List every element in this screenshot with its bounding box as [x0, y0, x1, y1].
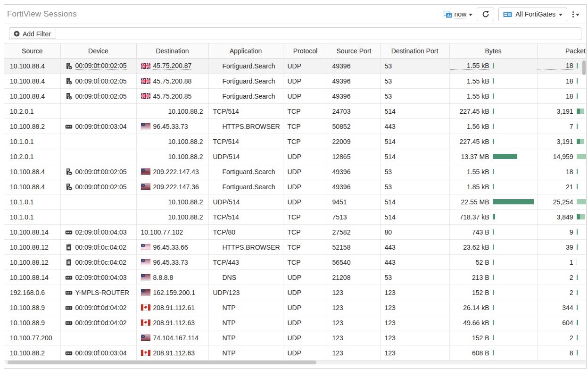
refresh-button[interactable]: [477, 8, 494, 21]
protocol-cell: UDP: [283, 285, 328, 300]
column-header-device[interactable]: Device: [60, 43, 136, 59]
table-row[interactable]: 10.100.88.400:09:0f:00:02:05209.222.147.…: [4, 179, 586, 194]
source-ip: 10.1.0.1: [10, 213, 34, 221]
application-name: Fortiguard.Search: [213, 62, 275, 70]
packets-cell: 25,254: [537, 194, 586, 210]
application-name: TCP/80: [213, 228, 235, 236]
column-header-destination[interactable]: Destination: [136, 43, 208, 59]
table-row[interactable]: 10.100.88.1402:09:0f:00:04:038.8.8.8DNSU…: [4, 270, 586, 285]
source-port-value: 24703: [332, 108, 351, 115]
bytes-cell: 608 B: [449, 345, 537, 361]
flag-uk-icon: [141, 63, 150, 69]
bytes-cell: 227.45 kB: [449, 134, 537, 149]
packets-cell: 1: [537, 255, 586, 270]
bytes-value: 22.55 MB: [450, 198, 489, 206]
destination-ip: 45.75.200.85: [153, 92, 192, 100]
time-range-value[interactable]: now: [455, 10, 467, 18]
table-row[interactable]: 10.100.88.400:09:0f:00:02:0545.75.200.88…: [4, 74, 586, 89]
source-port-cell: 49396: [328, 59, 380, 74]
device-id: 00:09:0f:00:03:04: [75, 349, 127, 357]
bytes-bar: [493, 214, 495, 219]
bytes-value: 213 B: [450, 274, 489, 281]
destination-cell: 162.159.200.1: [136, 285, 208, 300]
table-row[interactable]: 10.1.0.110.100.88.2TCP/514TCP7513514718.…: [4, 210, 586, 225]
column-header-src_port[interactable]: Source Port: [328, 43, 380, 59]
bytes-cell: 52 B: [449, 255, 537, 270]
packets-value: 18: [538, 77, 573, 85]
table-header-row: SourceDeviceDestinationApplicationProtoc…: [4, 43, 586, 59]
source-cell: 10.100.88.14: [4, 270, 60, 285]
packets-cell: 9: [537, 225, 586, 240]
bytes-bar: [493, 109, 494, 114]
table-row[interactable]: 10.2.0.110.100.88.2TCP/514TCP24703514227…: [4, 104, 586, 119]
table-row[interactable]: 10.100.88.900:09:0f:0d:04:02208.91.112.6…: [4, 315, 586, 330]
bytes-bar: [493, 199, 534, 204]
column-header-bytes[interactable]: Bytes: [449, 43, 537, 59]
source-cell: 10.100.88.4: [4, 74, 60, 89]
horizontal-scrollbar-thumb[interactable]: [8, 361, 316, 364]
packets-bar: [577, 139, 584, 144]
destination-port-cell: 53: [380, 89, 449, 104]
device-cell: 00:09:0f:0d:04:02: [60, 315, 136, 330]
protocol-value: UDP: [288, 198, 302, 206]
source-ip: 10.100.88.12: [10, 259, 49, 266]
table-row[interactable]: 10.100.88.1200:09:0f:0c:04:0296.45.33.66…: [4, 240, 586, 255]
column-header-application[interactable]: Application: [208, 43, 283, 59]
table-row[interactable]: 10.100.88.400:09:0f:00:02:05209.222.147.…: [4, 164, 586, 179]
vertical-scrollbar-thumb[interactable]: [582, 60, 586, 75]
table-row[interactable]: 10.100.88.900:09:0f:0d:04:02208.91.112.6…: [4, 300, 586, 315]
device-cell: [60, 149, 136, 164]
flag-us-icon: [141, 123, 150, 129]
more-options-menu[interactable]: [571, 11, 580, 17]
table-row[interactable]: 10.100.88.200:09:0f:00:03:04208.91.112.6…: [4, 345, 586, 361]
destination-cell: 10.100.88.2: [136, 210, 208, 225]
column-header-source[interactable]: Source: [4, 43, 60, 59]
packets-bar: [577, 184, 578, 189]
destination-port-value: 123: [385, 334, 396, 342]
table-row[interactable]: 10.100.88.200:09:0f:00:03:0496.45.33.73H…: [4, 119, 586, 134]
source-port-value: 123: [332, 349, 343, 357]
column-header-dst_port[interactable]: Destination Port: [380, 43, 449, 59]
device-id: 00:09:0f:00:02:05: [75, 183, 127, 191]
horizontal-scrollbar-track[interactable]: [5, 361, 586, 364]
application-name: TCP/514: [213, 108, 239, 115]
application-name: TCP/514: [213, 138, 239, 145]
source-port-value: 49396: [332, 168, 351, 176]
table-row[interactable]: 10.100.88.400:09:0f:00:02:0545.75.200.87…: [4, 59, 586, 74]
table-row[interactable]: 10.100.77.20074.104.167.114NTPUDP1231231…: [4, 330, 586, 345]
destination-port-cell: 53: [380, 59, 449, 74]
time-range-dropdown[interactable]: now: [444, 10, 473, 18]
application-name: NTP: [213, 319, 236, 327]
application-name: HTTPS.BROWSER: [213, 244, 280, 251]
destination-port-cell: 443: [380, 240, 449, 255]
bytes-value: 49.66 kB: [450, 319, 489, 327]
destination-cell: 208.91.112.61: [136, 300, 208, 315]
packets-value: 8: [538, 349, 573, 357]
source-port-cell: 123: [328, 345, 380, 361]
fortigate-cluster-icon: [503, 11, 512, 17]
column-header-protocol[interactable]: Protocol: [283, 43, 328, 59]
table-row[interactable]: 10.100.88.1200:09:0f:0c:04:0296.45.33.73…: [4, 255, 586, 270]
fortigate-scope-dropdown[interactable]: All FortiGates: [498, 8, 567, 21]
packets-bar: [577, 109, 584, 114]
device-server-check-icon: [65, 168, 73, 176]
add-filter-button[interactable]: Add Filter: [11, 29, 56, 39]
table-row[interactable]: 10.1.0.110.100.88.2TCP/514TCP22009514227…: [4, 134, 586, 149]
source-port-cell: 22009: [328, 134, 380, 149]
source-ip: 10.100.88.4: [10, 168, 45, 176]
application-cell: UDP/514: [208, 194, 283, 210]
packets-cell: 18: [537, 89, 586, 104]
packets-cell: 2: [537, 270, 586, 285]
table-row[interactable]: 10.2.0.110.100.88.2UDP/514UDP1286551413.…: [4, 149, 586, 164]
table-row[interactable]: 10.100.88.400:09:0f:00:02:0545.75.200.85…: [4, 89, 586, 104]
column-header-packets[interactable]: Packets: [537, 43, 586, 59]
filter-bar[interactable]: Add Filter: [9, 27, 581, 40]
protocol-value: TCP: [288, 228, 301, 236]
packets-value: 2: [538, 334, 573, 342]
table-row[interactable]: 10.100.88.1402:09:0f:00:04:0310.100.77.1…: [4, 225, 586, 240]
application-cell: DNS: [208, 270, 283, 285]
table-row[interactable]: 192.168.0.6Y-MPLS-ROUTER162.159.200.1UDP…: [4, 285, 586, 300]
bytes-cell: 213 B: [449, 270, 537, 285]
source-port-cell: 56540: [328, 255, 380, 270]
table-row[interactable]: 10.1.0.110.100.88.2UDP/514UDP945151422.5…: [4, 194, 586, 210]
